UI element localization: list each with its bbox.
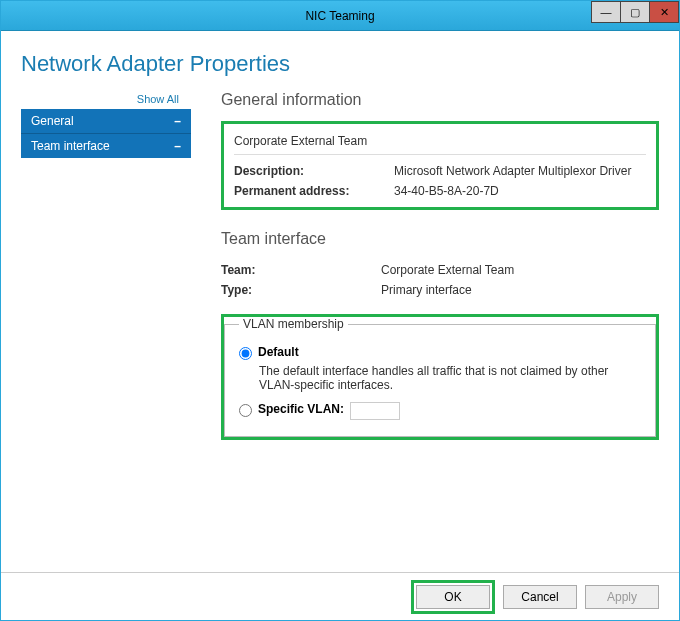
title-bar: NIC Teaming — ▢ ✕ <box>1 1 679 31</box>
vlan-radio-default-label: Default <box>258 345 299 359</box>
maximize-button[interactable]: ▢ <box>620 1 650 23</box>
sidebar-item-label: Team interface <box>31 139 110 153</box>
vlan-specific-input[interactable] <box>350 402 400 420</box>
prop-label: Description: <box>234 164 394 178</box>
close-button[interactable]: ✕ <box>649 1 679 23</box>
team-interface-props: Team: Corporate External Team Type: Prim… <box>221 260 659 300</box>
sidebar-item-label: General <box>31 114 74 128</box>
section-heading-team-interface: Team interface <box>221 230 659 248</box>
ok-button-highlight: OK <box>411 580 495 614</box>
prop-label: Team: <box>221 263 381 277</box>
minimize-button[interactable]: — <box>591 1 621 23</box>
collapse-icon: – <box>174 139 181 153</box>
prop-row-permanent-address: Permanent address: 34-40-B5-8A-20-7D <box>234 181 646 201</box>
vlan-specific-text: Specific VLAN: <box>258 402 344 416</box>
dialog-footer: OK Cancel Apply <box>1 572 679 620</box>
prop-label: Type: <box>221 283 381 297</box>
show-all-link[interactable]: Show All <box>21 91 191 109</box>
prop-value: Primary interface <box>381 283 472 297</box>
vlan-radio-default[interactable] <box>239 347 252 360</box>
sidebar-item-team-interface[interactable]: Team interface – <box>21 133 191 158</box>
vlan-radio-specific-label: Specific VLAN: <box>258 402 344 416</box>
window-title: NIC Teaming <box>305 9 374 23</box>
content-area: Network Adapter Properties Show All Gene… <box>1 31 679 572</box>
main-panel: General information Corporate External T… <box>191 91 659 572</box>
prop-row-type: Type: Primary interface <box>221 280 659 300</box>
cancel-button[interactable]: Cancel <box>503 585 577 609</box>
sidebar: Show All General – Team interface – <box>21 91 191 572</box>
vlan-fieldset: VLAN membership Default The default inte… <box>224 317 656 437</box>
prop-value: Corporate External Team <box>381 263 514 277</box>
prop-value: Microsoft Network Adapter Multiplexor Dr… <box>394 164 631 178</box>
vlan-radio-default-row[interactable]: Default <box>239 345 641 360</box>
body-row: Show All General – Team interface – Gene… <box>21 91 659 572</box>
apply-button[interactable]: Apply <box>585 585 659 609</box>
page-title: Network Adapter Properties <box>21 51 659 77</box>
collapse-icon: – <box>174 114 181 128</box>
window-controls: — ▢ ✕ <box>592 1 679 23</box>
vlan-box-highlight: VLAN membership Default The default inte… <box>221 314 659 440</box>
vlan-default-description: The default interface handles all traffi… <box>259 364 619 392</box>
ok-button[interactable]: OK <box>416 585 490 609</box>
vlan-radio-specific[interactable] <box>239 404 252 417</box>
vlan-legend: VLAN membership <box>239 317 348 331</box>
prop-row-team: Team: Corporate External Team <box>221 260 659 280</box>
prop-value: 34-40-B5-8A-20-7D <box>394 184 499 198</box>
prop-row-description: Description: Microsoft Network Adapter M… <box>234 161 646 181</box>
prop-label: Permanent address: <box>234 184 394 198</box>
sidebar-item-general[interactable]: General – <box>21 109 191 133</box>
general-info-box: Corporate External Team Description: Mic… <box>221 121 659 210</box>
section-heading-general: General information <box>221 91 659 109</box>
adapter-name: Corporate External Team <box>234 130 646 155</box>
vlan-radio-specific-row[interactable]: Specific VLAN: <box>239 402 641 420</box>
